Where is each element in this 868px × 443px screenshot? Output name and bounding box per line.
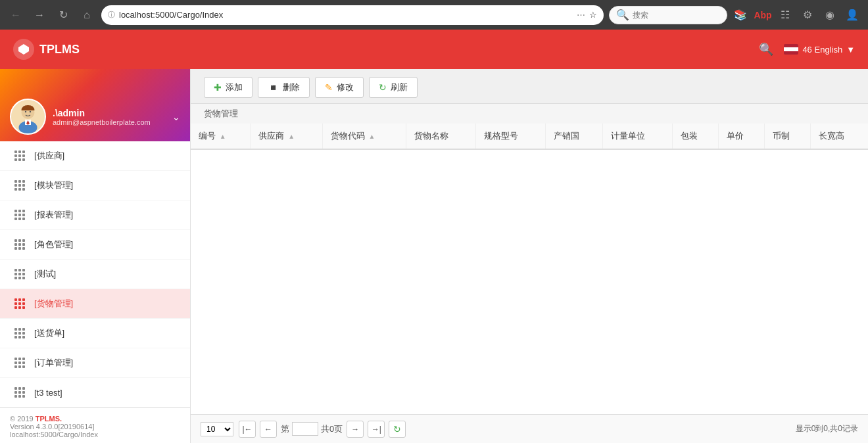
column-header-规格型号: 规格型号 <box>475 124 545 149</box>
edit-button[interactable]: ✎ 修改 <box>315 77 364 98</box>
page-number-input[interactable] <box>292 422 318 436</box>
sidebar-item-suppliers[interactable]: [供应商] <box>0 141 190 171</box>
grid-icon <box>13 149 26 162</box>
top-navbar: TPLMS 🔍 46 English ▼ <box>0 30 868 69</box>
browser-settings-icon[interactable]: ⚙ <box>798 6 817 24</box>
sidebar-item-label: [货物管理] <box>34 298 73 310</box>
add-button[interactable]: ✚ 添加 <box>204 77 253 98</box>
sort-icon: ▲ <box>367 133 375 140</box>
column-header-包装: 包装 <box>673 124 719 149</box>
sidebar-item-label: [订单管理] <box>34 357 73 369</box>
sidebar: .\admin admin@aspnetboilerplate.com ⌄ [供… <box>0 69 191 443</box>
navbar-brand: TPLMS <box>13 39 80 60</box>
home-button[interactable]: ⌂ <box>78 6 96 24</box>
browser-search-bar[interactable]: 🔍 <box>609 6 727 24</box>
page-title-bar: 货物管理 <box>191 104 868 124</box>
last-page-button[interactable]: →| <box>368 421 385 438</box>
sidebar-username: .\admin <box>53 108 166 118</box>
sidebar-item-test[interactable]: [测试] <box>0 260 190 289</box>
prev-page-button[interactable]: ← <box>260 421 277 438</box>
sidebar-user-text: .\admin admin@aspnetboilerplate.com <box>53 108 166 126</box>
search-icon: 🔍 <box>615 6 630 24</box>
address-bar[interactable]: ⓘ localhost:5000/Cargo/Index ⋯ ☆ <box>101 5 604 25</box>
sidebar-item-label: [供应商] <box>34 150 64 162</box>
delete-icon: ◾ <box>268 82 279 93</box>
security-icon: ⓘ <box>108 10 115 20</box>
sidebar-item-label: [模块管理] <box>34 179 73 191</box>
toolbar: ✚ 添加 ◾ 删除 ✎ 修改 ↻ 刷新 <box>191 69 868 104</box>
sidebar-item-label: [送货单] <box>34 327 64 339</box>
sidebar-item-label: [t3 test] <box>34 388 62 398</box>
sidebar-item-order-mgmt[interactable]: [订单管理] <box>0 348 190 378</box>
next-page-button[interactable]: → <box>347 421 364 438</box>
brand-name: TPLMS <box>39 43 80 57</box>
grid-icon <box>13 356 26 369</box>
sort-icon: ▲ <box>286 133 295 140</box>
language-selector[interactable]: 46 English ▼ <box>784 44 855 55</box>
library-icon[interactable]: 📚 <box>731 6 750 24</box>
column-header-编号[interactable]: 编号 ▲ <box>191 124 251 149</box>
first-page-button[interactable]: |← <box>239 421 256 438</box>
sidebar-user-info: .\admin admin@aspnetboilerplate.com ⌄ <box>0 92 190 141</box>
extensions-icon[interactable]: ◉ <box>821 6 839 24</box>
grid-icon <box>13 386 26 399</box>
column-header-货物代码[interactable]: 货物代码 ▲ <box>322 124 406 149</box>
sidebar-footer: © 2019 TPLMS. Version 4.3.0.0[20190614] … <box>0 408 190 443</box>
language-flag <box>784 44 798 55</box>
sidebar-item-report-mgmt[interactable]: [报表管理] <box>0 200 190 230</box>
page-size-dropdown[interactable]: 102050100 <box>201 422 233 436</box>
url-display: localhost:5000/Cargo/Index <box>119 10 573 20</box>
reload-button[interactable]: ↻ <box>54 6 72 24</box>
sidebar-item-label: [测试] <box>34 268 56 280</box>
sidebar-item-t3-test[interactable]: [t3 test] <box>0 378 190 408</box>
column-header-供应商[interactable]: 供应商 ▲ <box>251 124 322 149</box>
sidebar-item-delivery-order[interactable]: [送货单] <box>0 319 190 348</box>
page-size-select[interactable]: 102050100 <box>201 422 235 436</box>
main-area: .\admin admin@aspnetboilerplate.com ⌄ [供… <box>0 69 868 443</box>
table-header: 编号 ▲供应商 ▲货物代码 ▲货物名称规格型号产销国计量单位包装单价币制长宽高 <box>191 124 868 149</box>
copyright-text: © 2019 <box>10 415 36 423</box>
sidebar-item-role-mgmt[interactable]: [角色管理] <box>0 230 190 260</box>
add-label: 添加 <box>226 82 243 93</box>
column-header-币制: 币制 <box>765 124 811 149</box>
reader-view-icon[interactable]: ☷ <box>776 6 794 24</box>
total-pages: 共0页 <box>321 423 343 435</box>
grid-icon <box>13 297 26 310</box>
app-container: TPLMS 🔍 46 English ▼ <box>0 30 868 443</box>
content-area: ✚ 添加 ◾ 删除 ✎ 修改 ↻ 刷新 货物管理 <box>191 69 868 443</box>
sidebar-item-cargo-mgmt[interactable]: [货物管理] <box>0 289 190 319</box>
svg-point-7 <box>30 111 31 112</box>
avatar <box>10 99 46 135</box>
user-profile-icon[interactable]: 👤 <box>843 6 861 24</box>
version-label: Version <box>10 423 34 431</box>
grid-icon <box>13 208 26 222</box>
language-dropdown-icon: ▼ <box>846 45 855 55</box>
sidebar-item-label: [报表管理] <box>34 209 73 221</box>
refresh-button[interactable]: ↻ 刷新 <box>369 77 418 98</box>
bookmark-icon[interactable]: ☆ <box>589 10 597 20</box>
browser-search-input[interactable] <box>633 11 721 20</box>
sidebar-user-toggle[interactable]: ⌄ <box>172 112 180 122</box>
sidebar-item-module-mgmt[interactable]: [模块管理] <box>0 171 190 200</box>
pagination-refresh-button[interactable]: ↻ <box>389 421 406 438</box>
browser-right-icons: 🔍 📚 Abp ☷ ⚙ ◉ 👤 <box>609 6 861 24</box>
pagination-bar: 102050100 |← ← 第 共0页 → →| ↻ 显示0到0,共0记录 <box>191 414 868 443</box>
footer-brand: TPLMS. <box>36 415 62 423</box>
refresh-icon: ↻ <box>379 82 387 93</box>
back-button[interactable]: ← <box>7 6 25 24</box>
data-table: 编号 ▲供应商 ▲货物代码 ▲货物名称规格型号产销国计量单位包装单价币制长宽高 <box>191 124 868 150</box>
sidebar-nav: [供应商][模块管理][报表管理][角色管理][测试][货物管理][送货单][订… <box>0 141 190 408</box>
forward-button[interactable]: → <box>30 6 49 24</box>
delete-button[interactable]: ◾ 删除 <box>258 77 310 98</box>
delete-label: 删除 <box>283 82 300 93</box>
grid-icon <box>13 179 26 192</box>
more-options-icon[interactable]: ⋯ <box>577 10 585 20</box>
adblock-icon[interactable]: Abp <box>754 6 772 24</box>
navbar-search-button[interactable]: 🔍 <box>759 42 773 57</box>
page-title: 货物管理 <box>204 108 238 118</box>
column-header-计量单位: 计量单位 <box>603 124 673 149</box>
page-input-group: 第 共0页 <box>281 422 343 436</box>
brand-icon <box>13 39 34 60</box>
table-wrapper: 编号 ▲供应商 ▲货物代码 ▲货物名称规格型号产销国计量单位包装单价币制长宽高 <box>191 124 868 414</box>
refresh-label: 刷新 <box>391 82 408 93</box>
